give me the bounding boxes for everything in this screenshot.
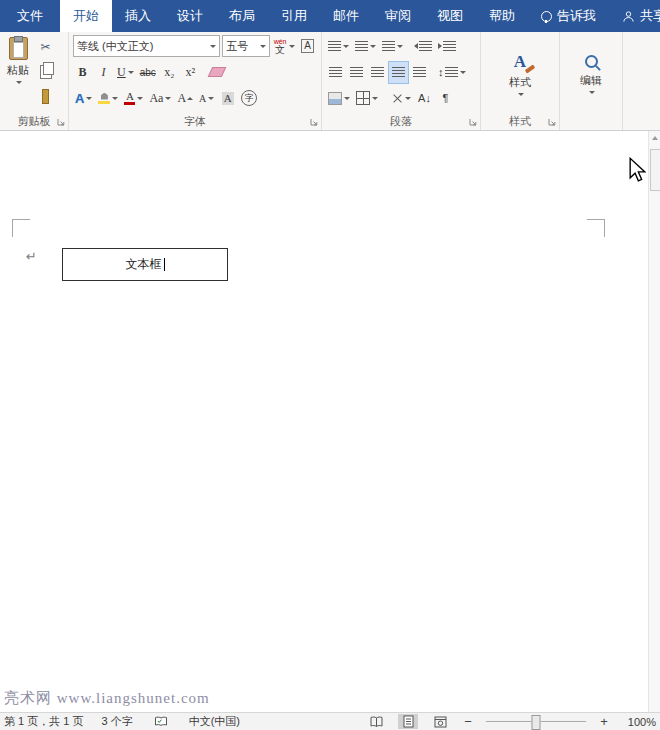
mouse-cursor <box>628 157 646 183</box>
distributed-button[interactable] <box>410 62 429 83</box>
edit-menu-button[interactable]: 编辑 <box>573 51 609 96</box>
tab-view[interactable]: 视图 <box>424 0 476 32</box>
bold-button[interactable]: B <box>73 62 92 83</box>
enclose-character-button[interactable]: 字 <box>239 88 259 109</box>
cut-button[interactable]: ✂ <box>36 36 55 57</box>
person-icon <box>622 10 635 23</box>
align-center-button[interactable] <box>347 62 366 83</box>
copy-button[interactable] <box>36 61 55 82</box>
format-painter-button[interactable] <box>36 86 55 107</box>
scrollbar-thumb[interactable] <box>650 149 660 191</box>
copy-icon <box>40 65 52 79</box>
highlighter-icon <box>98 93 110 104</box>
print-layout-icon <box>403 715 414 728</box>
shrink-font-icon: A <box>199 93 206 104</box>
font-dialog-launcher[interactable] <box>310 118 319 127</box>
font-color-button[interactable]: A <box>122 88 145 109</box>
line-spacing-button[interactable]: ↕ <box>436 62 468 83</box>
underline-button[interactable]: U <box>115 62 136 83</box>
page-number-status[interactable]: 第 1 页，共 1 页 <box>4 714 83 729</box>
styles-gallery-button[interactable]: A 样式 <box>502 48 538 98</box>
increase-indent-arrow-icon <box>438 43 442 49</box>
tell-me-button[interactable]: 告诉我 <box>528 0 609 32</box>
clipboard-dialog-launcher[interactable] <box>57 118 66 127</box>
increase-indent-button[interactable] <box>436 36 458 57</box>
bullets-caret-icon <box>343 45 349 48</box>
print-layout-button[interactable] <box>398 714 418 729</box>
sort-button[interactable]: A↓ <box>415 88 434 109</box>
text-effects-button[interactable]: A <box>73 88 94 109</box>
justify-button[interactable] <box>389 62 408 83</box>
font-family-select[interactable]: 等线 (中文正文) <box>73 35 220 57</box>
clear-formatting-button[interactable] <box>208 62 227 83</box>
sort-icon: A↓ <box>418 93 431 104</box>
tab-home-label: 开始 <box>73 7 99 25</box>
tab-help-label: 帮助 <box>489 7 515 25</box>
clipboard-group: 粘贴 ✂ 剪贴板 <box>0 32 69 130</box>
zoom-level[interactable]: 100% <box>622 716 656 728</box>
asian-layout-icon <box>392 93 403 104</box>
change-case-button[interactable]: Aa <box>147 88 173 109</box>
language-status[interactable]: 中文(中国) <box>189 714 240 729</box>
tab-file-label: 文件 <box>17 7 43 25</box>
phonetic-caret-icon <box>289 45 295 48</box>
tab-design[interactable]: 设计 <box>164 0 216 32</box>
tab-mailings-label: 邮件 <box>333 7 359 25</box>
numbering-button[interactable] <box>353 36 378 57</box>
phonetic-base-text: 文 <box>275 45 285 55</box>
character-shading-button[interactable]: A <box>218 88 237 109</box>
tell-me-label: 告诉我 <box>557 7 596 25</box>
tab-references[interactable]: 引用 <box>268 0 320 32</box>
strikethrough-button[interactable]: abc <box>138 62 158 83</box>
borders-button[interactable] <box>354 88 380 109</box>
zoom-slider-thumb[interactable] <box>532 715 541 730</box>
share-label: 共享 <box>640 7 660 25</box>
bullets-button[interactable] <box>326 36 351 57</box>
web-layout-button[interactable] <box>430 714 450 729</box>
asian-layout-button[interactable] <box>390 88 413 109</box>
align-left-button[interactable] <box>326 62 345 83</box>
paste-button[interactable]: 粘贴 <box>0 33 36 113</box>
word-count-status[interactable]: 3 个字 <box>101 714 132 729</box>
text-highlight-button[interactable] <box>96 88 120 109</box>
text-box[interactable]: 文本框 <box>62 248 228 281</box>
document-area[interactable]: ↵ 文本框 亮术网 www.liangshunet.com <box>0 131 660 712</box>
text-effects-icon: A <box>75 91 84 106</box>
styles-dialog-launcher[interactable] <box>548 118 557 127</box>
zoom-out-button[interactable]: − <box>462 716 474 728</box>
paragraph-dialog-launcher[interactable] <box>469 118 478 127</box>
scroll-up-icon[interactable] <box>652 136 658 140</box>
styles-group-label: 样式 <box>509 114 531 129</box>
character-border-button[interactable]: A <box>298 36 317 57</box>
tab-mailings[interactable]: 邮件 <box>320 0 372 32</box>
styles-caret-icon <box>518 93 524 96</box>
align-right-button[interactable] <box>368 62 387 83</box>
shading-button[interactable] <box>326 88 352 109</box>
vertical-scrollbar[interactable] <box>648 131 660 712</box>
font-size-select[interactable]: 五号 <box>222 35 270 57</box>
share-button[interactable]: 共享 <box>609 0 660 32</box>
subscript-button[interactable]: x₂ <box>160 62 179 83</box>
ribbon-filler <box>623 32 660 130</box>
tab-review[interactable]: 审阅 <box>372 0 424 32</box>
tab-home[interactable]: 开始 <box>60 0 112 32</box>
font-family-caret-icon <box>210 45 216 48</box>
show-hide-marks-button[interactable]: ¶ <box>436 88 455 109</box>
multilevel-list-button[interactable] <box>380 36 405 57</box>
grow-font-button[interactable]: A <box>175 88 195 109</box>
zoom-slider[interactable] <box>486 721 586 722</box>
tab-layout[interactable]: 布局 <box>216 0 268 32</box>
tab-insert[interactable]: 插入 <box>112 0 164 32</box>
strikethrough-icon: abc <box>140 67 156 78</box>
tab-help[interactable]: 帮助 <box>476 0 528 32</box>
tab-file[interactable]: 文件 <box>0 0 60 32</box>
shrink-font-button[interactable]: A <box>197 88 216 109</box>
text-cursor <box>164 258 165 271</box>
superscript-button[interactable]: x² <box>181 62 200 83</box>
decrease-indent-button[interactable] <box>412 36 434 57</box>
read-mode-button[interactable] <box>366 714 386 729</box>
zoom-in-button[interactable]: + <box>598 716 610 728</box>
phonetic-guide-button[interactable]: wén 文 <box>272 36 296 57</box>
italic-button[interactable]: I <box>94 62 113 83</box>
proofing-status-button[interactable] <box>151 714 171 729</box>
